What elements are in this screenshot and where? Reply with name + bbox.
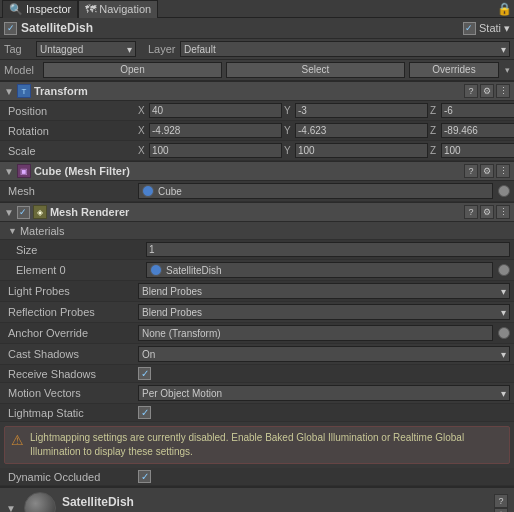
cast-shadows-dropdown[interactable]: On ▾ — [138, 346, 510, 362]
pos-z-input[interactable] — [441, 103, 514, 118]
overrides-arrow[interactable]: ▾ — [505, 65, 510, 75]
tag-dropdown[interactable]: Untagged ▾ — [36, 41, 136, 57]
transform-menu-btn[interactable]: ⋮ — [496, 84, 510, 98]
tab-navigation[interactable]: 🗺 Navigation — [78, 0, 158, 18]
element0-select-icon[interactable] — [498, 264, 510, 276]
material-header: ▼ SatelliteDish Shader Standard ? ⚙ — [0, 488, 514, 512]
mesh-filter-arrow[interactable]: ▼ — [4, 166, 14, 177]
cast-shadows-arrow: ▾ — [501, 349, 506, 360]
mesh-renderer-menu-btn[interactable]: ⋮ — [496, 205, 510, 219]
element0-icon — [150, 264, 162, 276]
mesh-renderer-settings-btn[interactable]: ⚙ — [480, 205, 494, 219]
element0-label: Element 0 — [16, 264, 146, 276]
scale-x-item: X — [138, 143, 282, 158]
model-label: Model — [4, 64, 39, 76]
material-sphere — [24, 492, 56, 512]
light-probes-dropdown[interactable]: Blend Probes ▾ — [138, 283, 510, 299]
tag-arrow: ▾ — [127, 44, 132, 55]
object-header: ✓ SatelliteDish ✓ Stati ▾ — [0, 18, 514, 39]
mesh-filter-title: Cube (Mesh Filter) — [34, 165, 461, 177]
motion-vectors-arrow: ▾ — [501, 388, 506, 399]
scale-label: Scale — [8, 145, 138, 157]
material-arrow[interactable]: ▼ — [6, 503, 16, 513]
mesh-icon-dot — [142, 185, 154, 197]
reflection-probes-value: Blend Probes ▾ — [138, 304, 510, 320]
reflection-probes-dropdown[interactable]: Blend Probes ▾ — [138, 304, 510, 320]
scale-z-input[interactable] — [441, 143, 514, 158]
mesh-value: Cube — [158, 186, 182, 197]
size-label: Size — [16, 244, 146, 256]
size-input[interactable] — [146, 242, 510, 257]
static-dropdown-arrow[interactable]: ▾ — [504, 22, 510, 35]
pos-x-input[interactable] — [149, 103, 282, 118]
rot-x-input[interactable] — [149, 123, 282, 138]
mesh-renderer-header-buttons: ? ⚙ ⋮ — [464, 205, 510, 219]
select-button[interactable]: Select — [226, 62, 405, 78]
scale-y-input[interactable] — [295, 143, 428, 158]
rot-z-input[interactable] — [441, 123, 514, 138]
light-probes-arrow: ▾ — [501, 286, 506, 297]
lightmap-static-checkbox[interactable]: ✓ — [138, 406, 151, 419]
material-settings-btn[interactable]: ⚙ — [494, 508, 508, 512]
transform-icon: T — [17, 84, 31, 98]
cast-shadows-value: On ▾ — [138, 346, 510, 362]
material-info: SatelliteDish Shader Standard — [62, 495, 488, 513]
tab-inspector[interactable]: 🔍 Inspector — [2, 0, 78, 18]
warning-icon: ⚠ — [11, 432, 24, 448]
lightmap-static-label: Lightmap Static — [8, 407, 138, 419]
transform-arrow[interactable]: ▼ — [4, 86, 14, 97]
mesh-value-field: Cube — [138, 183, 493, 199]
transform-section-header: ▼ T Transform ? ⚙ ⋮ — [0, 81, 514, 101]
mesh-filter-settings-btn[interactable]: ⚙ — [480, 164, 494, 178]
mesh-renderer-icon: ◈ — [33, 205, 47, 219]
materials-label: Materials — [20, 225, 65, 237]
light-probes-value: Blend Probes ▾ — [138, 283, 510, 299]
scale-z-item: Z — [430, 143, 514, 158]
scale-y-label: Y — [284, 145, 294, 156]
anchor-override-val: None (Transform) — [142, 328, 221, 339]
layer-dropdown[interactable]: Default ▾ — [180, 41, 510, 57]
mesh-label: Mesh — [8, 185, 138, 197]
material-section: ▼ SatelliteDish Shader Standard ? ⚙ — [0, 486, 514, 512]
open-button[interactable]: Open — [43, 62, 222, 78]
object-enabled-checkbox[interactable]: ✓ — [4, 22, 17, 35]
pos-x-item: X — [138, 103, 282, 118]
materials-sub-header: ▼ Materials — [0, 222, 514, 240]
anchor-override-select[interactable] — [498, 327, 510, 339]
anchor-override-value: None (Transform) — [138, 325, 510, 341]
mesh-filter-menu-btn[interactable]: ⋮ — [496, 164, 510, 178]
transform-header-buttons: ? ⚙ ⋮ — [464, 84, 510, 98]
transform-settings-btn[interactable]: ⚙ — [480, 84, 494, 98]
anchor-override-field: None (Transform) — [138, 325, 493, 341]
element0-field: SatelliteDish — [146, 262, 493, 278]
mesh-renderer-help-btn[interactable]: ? — [464, 205, 478, 219]
mesh-select-icon[interactable] — [498, 185, 510, 197]
motion-vectors-dropdown[interactable]: Per Object Motion ▾ — [138, 385, 510, 401]
mesh-renderer-enabled[interactable]: ✓ — [17, 206, 30, 219]
model-row: Model Open Select Overrides ▾ — [0, 60, 514, 81]
tab-navigation-label: Navigation — [99, 3, 151, 15]
overrides-button[interactable]: Overrides — [409, 62, 499, 78]
position-value: X Y Z — [138, 103, 514, 118]
material-help-btn[interactable]: ? — [494, 494, 508, 508]
lock-icon[interactable]: 🔒 — [497, 2, 512, 16]
dynamic-occluded-checkbox[interactable]: ✓ — [138, 470, 151, 483]
static-checkbox[interactable]: ✓ — [463, 22, 476, 35]
mesh-filter-help-btn[interactable]: ? — [464, 164, 478, 178]
mesh-renderer-arrow[interactable]: ▼ — [4, 207, 14, 218]
mesh-renderer-section-header: ▼ ✓ ◈ Mesh Renderer ? ⚙ ⋮ — [0, 202, 514, 222]
transform-help-btn[interactable]: ? — [464, 84, 478, 98]
lightmap-static-value: ✓ — [138, 406, 510, 419]
pos-z-item: Z — [430, 103, 514, 118]
dynamic-occluded-row: Dynamic Occluded ✓ — [0, 468, 514, 486]
receive-shadows-label: Receive Shadows — [8, 368, 138, 380]
rot-y-input[interactable] — [295, 123, 428, 138]
materials-arrow[interactable]: ▼ — [8, 226, 17, 236]
scale-x-input[interactable] — [149, 143, 282, 158]
inspector-icon: 🔍 — [9, 3, 23, 16]
static-checkbox-group: ✓ Stati ▾ — [463, 22, 510, 35]
cast-shadows-label: Cast Shadows — [8, 348, 138, 360]
pos-y-input[interactable] — [295, 103, 428, 118]
receive-shadows-checkbox[interactable]: ✓ — [138, 367, 151, 380]
mesh-filter-section-header: ▼ ▣ Cube (Mesh Filter) ? ⚙ ⋮ — [0, 161, 514, 181]
